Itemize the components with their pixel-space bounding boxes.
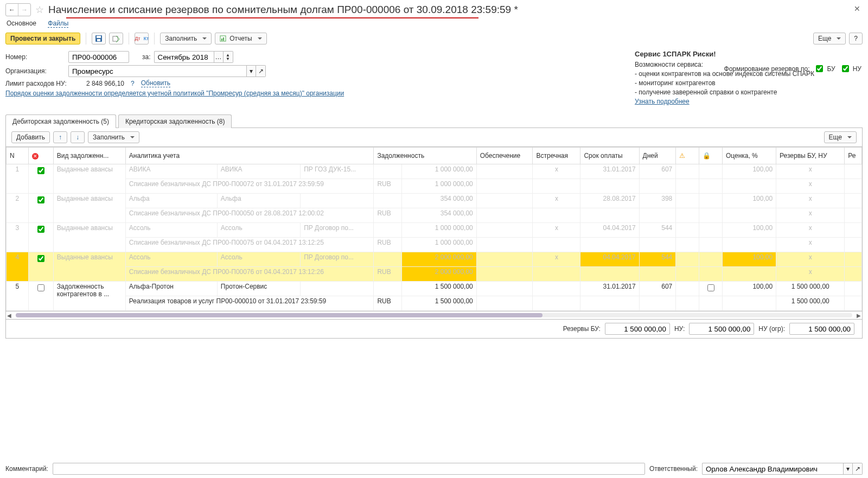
col-analytics[interactable]: Аналитика учета xyxy=(125,148,374,164)
table-row-sub[interactable]: Реализация товаров и услуг ПР00-000010 о… xyxy=(7,296,862,311)
col-lock[interactable]: 🔒 xyxy=(699,148,723,164)
responsible-open-button[interactable]: ↗ xyxy=(853,463,863,475)
org-input[interactable] xyxy=(68,65,246,77)
period-picker-button[interactable]: … xyxy=(214,51,224,63)
total-bu-value[interactable] xyxy=(605,323,670,335)
tab-main[interactable]: Основное xyxy=(7,20,36,27)
dtkt-button[interactable]: ДтКт xyxy=(135,33,149,44)
table-row[interactable]: 3 Выданные авансы Ассоль Ассоль ПР Догов… xyxy=(7,223,862,238)
cell-lock xyxy=(699,252,723,267)
cell-res2: x xyxy=(776,208,845,223)
cell-debt1: 354 000,00 xyxy=(402,194,477,208)
cell-counter: x xyxy=(533,164,580,179)
spark-more-link[interactable]: Узнать подробнее xyxy=(635,98,690,105)
comment-input[interactable] xyxy=(53,463,645,475)
lock-header-icon: 🔒 xyxy=(703,152,711,160)
col-debt[interactable]: Задолженность xyxy=(374,148,476,164)
scrollbar-thumb[interactable] xyxy=(16,313,542,317)
subfill-button[interactable]: Заполнить xyxy=(88,131,139,143)
number-input[interactable] xyxy=(68,51,129,63)
cell-debt1: 2 000 000,00 xyxy=(402,252,477,267)
table-row-sub[interactable]: Списание безналичных ДС ПР00-П00075 от 0… xyxy=(7,238,862,252)
favorite-star-icon[interactable]: ☆ xyxy=(35,4,44,16)
move-down-button[interactable]: ↓ xyxy=(71,131,85,143)
table-row[interactable]: 1 Выданные авансы АВИКА АВИКА ПР ГОЗ ДУК… xyxy=(7,164,862,179)
subtab-creditors[interactable]: Кредиторская задолженность (8) xyxy=(118,114,232,128)
period-input[interactable] xyxy=(154,51,214,63)
more-button[interactable]: Еще xyxy=(813,33,846,44)
cell-n: 2 xyxy=(7,194,29,223)
col-due[interactable]: Срок оплаты xyxy=(580,148,639,164)
cell-a1: Альфа-Протон xyxy=(125,282,217,296)
col-n[interactable]: N xyxy=(7,148,29,164)
nav-back-button[interactable]: ← xyxy=(6,4,18,16)
policy-link[interactable]: Порядок оценки задолженности определяетс… xyxy=(5,90,344,97)
col-delete[interactable]: ✕ xyxy=(28,148,53,164)
cell-days: 607 xyxy=(639,164,676,179)
period-label: за: xyxy=(142,53,151,61)
row-checkbox[interactable] xyxy=(37,226,44,233)
post-button[interactable] xyxy=(109,33,123,44)
col-counter[interactable]: Встречная xyxy=(533,148,580,164)
col-type[interactable]: Вид задолженн... xyxy=(53,148,125,164)
limit-refresh-link[interactable]: Обновить xyxy=(141,79,170,87)
cell-counter: x xyxy=(533,194,580,208)
cell-doc: Списание безналичных ДС ПР00-П00075 от 0… xyxy=(125,238,374,252)
scrollbar-track[interactable] xyxy=(16,313,852,317)
cell-pad xyxy=(845,252,862,267)
col-warn[interactable]: ⚠ xyxy=(676,148,699,164)
add-row-button[interactable]: Добавить xyxy=(11,131,50,143)
cell-lock xyxy=(699,282,723,296)
scroll-right-button[interactable]: ▶ xyxy=(856,313,862,318)
spark-title: Сервис 1СПАРК Риски! xyxy=(635,50,863,58)
responsible-input[interactable] xyxy=(702,463,843,475)
total-nulim-value[interactable] xyxy=(789,323,854,335)
table-row[interactable]: 5 Задолженность контрагентов в ... Альфа… xyxy=(7,282,862,296)
limit-help-icon[interactable]: ? xyxy=(131,80,135,87)
cell-debt2: 2 000 000,00 xyxy=(402,267,477,282)
cell-debt1: 1 000 000,00 xyxy=(402,164,477,179)
col-secure[interactable]: Обеспечение xyxy=(476,148,533,164)
row-checkbox[interactable] xyxy=(37,284,44,291)
org-open-button[interactable]: ↗ xyxy=(256,65,266,77)
help-button[interactable]: ? xyxy=(849,33,863,44)
fill-button[interactable]: Заполнить xyxy=(160,33,212,44)
nav-forward-button[interactable]: → xyxy=(18,4,30,16)
cell-secure xyxy=(476,282,533,296)
total-nu-value[interactable] xyxy=(689,323,754,335)
table-row-sub[interactable]: Списание безналичных ДС ПР00-П00072 от 3… xyxy=(7,179,862,194)
scroll-left-button[interactable]: ◀ xyxy=(6,313,12,318)
table-row-sub[interactable]: Списание безналичных ДС ПР00-П00050 от 2… xyxy=(7,208,862,223)
save-button[interactable] xyxy=(92,33,106,44)
nu-checkbox[interactable] xyxy=(842,65,849,72)
cell-lock xyxy=(699,223,723,238)
col-res2[interactable]: Ре xyxy=(845,148,862,164)
org-dropdown-button[interactable]: ▾ xyxy=(246,65,256,77)
page-title: Начисление и списание резервов по сомнит… xyxy=(48,4,518,16)
post-and-close-button[interactable]: Провести и закрыть xyxy=(5,33,80,44)
col-rate[interactable]: Оценка, % xyxy=(722,148,776,164)
row-checkbox[interactable] xyxy=(37,196,44,203)
period-spinner-button[interactable]: ▲▼ xyxy=(224,51,233,63)
bu-checkbox[interactable] xyxy=(816,65,823,72)
cell-check xyxy=(28,164,53,194)
subtab-debtors[interactable]: Дебиторская задолженность (5) xyxy=(5,114,116,128)
table-row[interactable]: 4 Выданные авансы Ассоль Ассоль ПР Догов… xyxy=(7,252,862,267)
cell-res2: 1 500 000,00 xyxy=(776,296,845,311)
col-reserve[interactable]: Резервы БУ, НУ xyxy=(776,148,845,164)
responsible-dropdown-button[interactable]: ▾ xyxy=(843,463,853,475)
table-row-sub[interactable]: Списание безналичных ДС ПР00-П00076 от 0… xyxy=(7,267,862,282)
row-checkbox[interactable] xyxy=(37,167,44,174)
move-up-button[interactable]: ↑ xyxy=(53,131,67,143)
reports-button[interactable]: Отчеты xyxy=(215,33,266,44)
close-button[interactable]: ✕ xyxy=(854,4,860,13)
cell-doc: Списание безналичных ДС ПР00-П00072 от 3… xyxy=(125,179,374,194)
number-label: Номер: xyxy=(5,53,65,61)
cell-type: Выданные авансы xyxy=(53,223,125,252)
row-lock-checkbox[interactable] xyxy=(707,284,714,291)
tab-files[interactable]: Файлы xyxy=(48,20,68,28)
col-days[interactable]: Дней xyxy=(639,148,676,164)
table-row[interactable]: 2 Выданные авансы Альфа Альфа 354 000,00… xyxy=(7,194,862,208)
row-checkbox[interactable] xyxy=(37,255,44,262)
sub-more-button[interactable]: Еще xyxy=(824,131,857,143)
